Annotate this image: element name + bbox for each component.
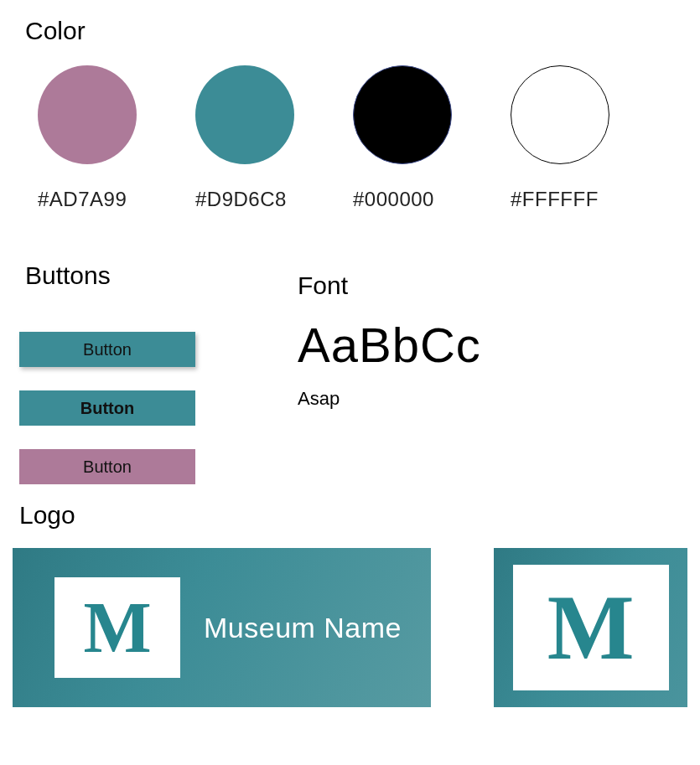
logo-square: M [494,548,687,707]
logo-mark-box-large: M [513,565,669,690]
color-circle-white [511,65,609,164]
swatch-2: #D9D6C8 [195,65,294,211]
logo-row: M Museum Name M [13,548,687,707]
button-alt[interactable]: Button [19,449,195,484]
color-circle-mauve [38,65,137,164]
buttons-stack: Button Button Button [19,332,298,484]
font-heading: Font [298,271,481,300]
swatch-1: #AD7A99 [38,65,137,211]
mid-row: Buttons Button Button Button Font AaBbCc… [13,261,687,484]
swatch-label: #AD7A99 [38,188,127,211]
color-circle-teal [195,65,294,164]
button-normal[interactable]: Button [19,332,195,367]
color-section: Color #AD7A99 #D9D6C8 #000000 #FFFFFF [13,17,687,211]
swatch-4: #FFFFFF [511,65,609,211]
swatch-label: #D9D6C8 [195,188,287,211]
logo-mark-box: M [54,577,180,678]
logo-mark-letter: M [83,592,151,664]
buttons-heading: Buttons [25,261,298,290]
buttons-section: Buttons Button Button Button [13,261,298,484]
swatch-row: #AD7A99 #D9D6C8 #000000 #FFFFFF [38,65,687,211]
logo-wide: M Museum Name [13,548,431,707]
font-section: Font AaBbCc Asap [298,271,481,410]
button-active[interactable]: Button [19,390,195,426]
color-heading: Color [25,17,687,45]
font-sample: AaBbCc [298,317,481,373]
font-name: Asap [298,388,481,410]
logo-mark-letter-large: M [547,582,635,674]
logo-wordmark: Museum Name [204,612,402,644]
logo-heading: Logo [19,501,687,530]
color-circle-black [353,65,452,164]
swatch-3: #000000 [353,65,452,211]
swatch-label: #FFFFFF [511,188,599,211]
swatch-label: #000000 [353,188,434,211]
